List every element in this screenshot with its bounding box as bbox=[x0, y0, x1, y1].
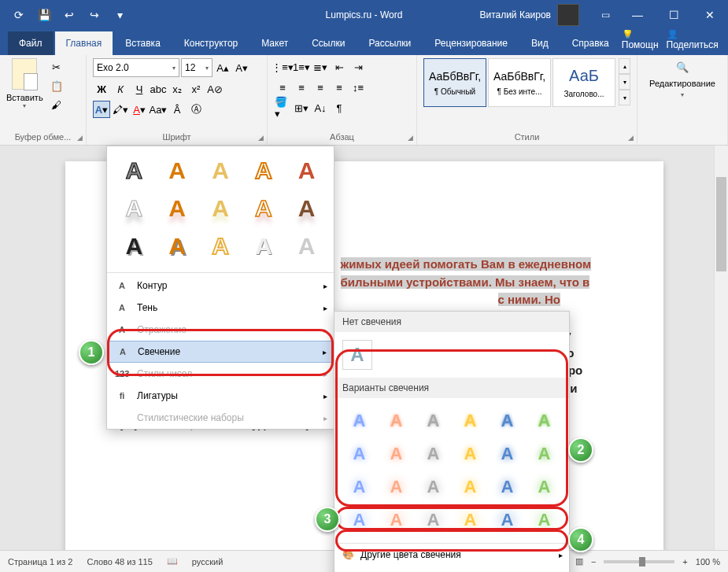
clipboard-launcher[interactable]: ◢ bbox=[77, 134, 83, 142]
tab-help[interactable]: Справка bbox=[561, 31, 620, 55]
tab-home[interactable]: Главная bbox=[55, 31, 113, 55]
glow-variant[interactable]: A bbox=[490, 472, 524, 502]
copy-icon[interactable]: 📋 bbox=[48, 77, 65, 94]
fx-preset[interactable]: A bbox=[287, 154, 326, 187]
fx-preset[interactable]: A bbox=[115, 154, 153, 187]
glow-variant[interactable]: A bbox=[490, 439, 524, 469]
glow-variant[interactable]: A bbox=[379, 505, 413, 535]
tab-view[interactable]: Вид bbox=[520, 31, 560, 55]
fx-preset[interactable]: A bbox=[201, 192, 240, 225]
fx-ligatures[interactable]: fiЛигатуры▸ bbox=[107, 385, 334, 407]
underline-button[interactable]: Ч bbox=[131, 80, 148, 98]
glow-variant[interactable]: A bbox=[416, 439, 450, 469]
glow-none-option[interactable]: A bbox=[334, 332, 569, 378]
numbering-button[interactable]: 1≡▾ bbox=[293, 58, 310, 76]
glow-variant[interactable]: A bbox=[416, 472, 450, 502]
status-proofing-icon[interactable]: 📖 bbox=[167, 556, 178, 566]
avatar[interactable] bbox=[557, 4, 579, 26]
glow-variant[interactable]: A bbox=[379, 439, 413, 469]
font-launcher[interactable]: ◢ bbox=[258, 134, 264, 142]
editing-label[interactable]: Редактирование bbox=[649, 79, 715, 88]
fx-number-styles[interactable]: 123Стили чисел▸ bbox=[107, 363, 334, 385]
fx-preset[interactable]: A bbox=[244, 230, 283, 263]
fx-shadow[interactable]: AТень▸ bbox=[107, 297, 334, 319]
glow-variant[interactable]: A bbox=[527, 439, 561, 469]
highlight-button[interactable]: 🖍▾ bbox=[112, 101, 129, 118]
close-button[interactable]: ✕ bbox=[692, 0, 728, 30]
fx-preset[interactable]: A bbox=[158, 154, 197, 187]
line-spacing-button[interactable]: ↕≡ bbox=[349, 79, 367, 96]
glow-variant[interactable]: A bbox=[379, 406, 413, 436]
shading-button[interactable]: 🪣▾ bbox=[274, 99, 291, 116]
align-left-button[interactable]: ≡ bbox=[274, 79, 291, 96]
borders-button[interactable]: ⊞▾ bbox=[293, 99, 310, 116]
maximize-button[interactable]: ☐ bbox=[656, 0, 692, 30]
font-size-combo[interactable]: 12▾ bbox=[181, 58, 212, 77]
glow-variant[interactable]: A bbox=[527, 406, 561, 436]
view-web-icon[interactable]: ▥ bbox=[575, 556, 583, 566]
sort-button[interactable]: A↓ bbox=[312, 99, 329, 116]
tab-layout[interactable]: Макет bbox=[250, 31, 299, 55]
italic-button[interactable]: К bbox=[112, 80, 129, 98]
glow-variant[interactable]: A bbox=[453, 505, 487, 535]
justify-button[interactable]: ≡ bbox=[331, 79, 348, 96]
styles-launcher[interactable]: ◢ bbox=[628, 134, 634, 142]
glow-variant[interactable]: A bbox=[490, 505, 524, 535]
tab-refs[interactable]: Ссылки bbox=[301, 31, 356, 55]
glow-variant[interactable]: A bbox=[453, 439, 487, 469]
fx-preset[interactable]: A bbox=[244, 154, 283, 187]
strike-button[interactable]: abc bbox=[150, 80, 167, 98]
find-button[interactable]: 🔍 bbox=[669, 58, 696, 76]
align-center-button[interactable]: ≡ bbox=[293, 79, 310, 96]
vertical-scrollbar[interactable] bbox=[714, 146, 728, 550]
tab-review[interactable]: Рецензирование bbox=[423, 31, 519, 55]
fx-reflection[interactable]: AОтражение▸ bbox=[107, 319, 334, 341]
paste-button[interactable]: Вставить ▾ bbox=[6, 58, 43, 131]
font-color-button[interactable]: A▾ bbox=[131, 101, 148, 118]
change-case-button[interactable]: Aa▾ bbox=[150, 101, 167, 118]
shrink-font-icon[interactable]: A▾ bbox=[233, 59, 250, 76]
glow-variant[interactable]: A bbox=[342, 505, 376, 535]
subscript-button[interactable]: x₂ bbox=[168, 80, 186, 98]
show-marks-button[interactable]: ¶ bbox=[331, 99, 348, 116]
save-icon[interactable]: 💾 bbox=[33, 4, 55, 26]
format-painter-icon[interactable]: 🖌 bbox=[48, 96, 65, 113]
autosave-icon[interactable]: ⟳ bbox=[8, 4, 30, 26]
fx-preset[interactable]: A bbox=[115, 230, 153, 263]
minimize-button[interactable]: — bbox=[619, 0, 656, 30]
glow-variant[interactable]: A bbox=[453, 406, 487, 436]
fx-outline[interactable]: AКонтур▸ bbox=[107, 275, 334, 297]
glow-variant[interactable]: A bbox=[416, 406, 450, 436]
zoom-slider[interactable] bbox=[604, 560, 674, 563]
glow-more-colors[interactable]: 🎨Другие цвета свечения▸ bbox=[334, 544, 569, 566]
redo-icon[interactable]: ↪ bbox=[83, 4, 105, 26]
align-right-button[interactable]: ≡ bbox=[312, 79, 329, 96]
char-border-button[interactable]: Ⓐ bbox=[187, 101, 205, 118]
status-words[interactable]: Слово 48 из 115 bbox=[87, 557, 152, 566]
zoom-out-button[interactable]: − bbox=[591, 557, 596, 566]
glow-variant[interactable]: A bbox=[342, 406, 376, 436]
style-nospacing[interactable]: АаБбВвГг,¶ Без инте... bbox=[488, 58, 551, 107]
fx-preset[interactable]: A bbox=[287, 192, 326, 225]
grow-font-icon[interactable]: A▴ bbox=[214, 59, 231, 76]
glow-variant[interactable]: A bbox=[453, 472, 487, 502]
glow-options[interactable]: ☐Параметры свечения... bbox=[334, 566, 569, 572]
multilevel-button[interactable]: ≣▾ bbox=[312, 58, 329, 76]
clear-format-icon[interactable]: A⊘ bbox=[206, 80, 224, 98]
tab-mail[interactable]: Рассылки bbox=[357, 31, 422, 55]
fx-preset[interactable]: A bbox=[287, 230, 326, 263]
qat-dropdown-icon[interactable]: ▾ bbox=[109, 4, 131, 26]
fx-glow[interactable]: AСвечение▸ bbox=[107, 341, 334, 363]
glow-variant[interactable]: A bbox=[342, 439, 376, 469]
zoom-level[interactable]: 100 % bbox=[696, 557, 720, 566]
tab-design[interactable]: Конструктор bbox=[173, 31, 249, 55]
char-scale-button[interactable]: Â bbox=[168, 101, 186, 118]
cut-icon[interactable]: ✂ bbox=[48, 58, 65, 76]
fx-preset[interactable]: A bbox=[201, 230, 240, 263]
fx-stylistic-sets[interactable]: Стилистические наборы▸ bbox=[107, 407, 334, 429]
glow-variant[interactable]: A bbox=[379, 472, 413, 502]
zoom-in-button[interactable]: + bbox=[682, 557, 687, 566]
increase-indent-button[interactable]: ⇥ bbox=[349, 58, 367, 76]
status-page[interactable]: Страница 1 из 2 bbox=[8, 557, 72, 566]
paragraph-launcher[interactable]: ◢ bbox=[408, 134, 413, 142]
